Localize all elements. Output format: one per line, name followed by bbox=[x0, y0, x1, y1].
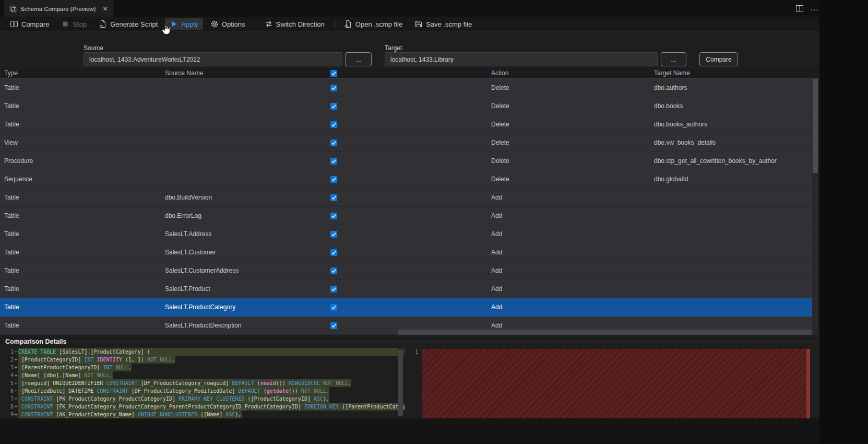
row-type: Sequence bbox=[4, 170, 32, 189]
table-row[interactable]: TableSalesLT.CustomerAddressAdd bbox=[0, 262, 812, 280]
grid-vertical-scrollbar-thumb[interactable] bbox=[813, 79, 818, 173]
open-scmp-file-button[interactable]: Open .scmp file bbox=[339, 18, 407, 30]
row-type: Table bbox=[4, 262, 19, 280]
tab-schema-compare[interactable]: Schema Compare (Preview) ✕ bbox=[4, 1, 113, 17]
column-header-type[interactable]: Type bbox=[4, 69, 18, 77]
row-action: Delete bbox=[491, 97, 509, 115]
code-line: 6+ [ModifiedDate] DATETIME CONSTRAINT [D… bbox=[0, 387, 405, 395]
row-action: Add bbox=[491, 207, 502, 225]
switch-direction-button[interactable]: Switch Direction bbox=[260, 18, 329, 30]
row-action: Delete bbox=[491, 115, 509, 134]
tab-bar: Schema Compare (Preview) ✕ ··· bbox=[0, 0, 819, 17]
grid-horizontal-scrollbar[interactable] bbox=[398, 330, 812, 335]
diff-added-sign: + bbox=[14, 387, 18, 395]
checkbox-checked-icon bbox=[330, 267, 337, 274]
table-row[interactable]: TableSalesLT.ProductCategoryAdd bbox=[0, 298, 812, 317]
row-action: Add bbox=[491, 243, 502, 262]
grid-header: Type Source Name Action Target Name bbox=[0, 68, 819, 79]
row-include-checkbox[interactable] bbox=[330, 85, 337, 91]
row-include-checkbox[interactable] bbox=[330, 139, 337, 146]
row-include-checkbox[interactable] bbox=[330, 158, 337, 165]
comparison-details-title: Comparison Details bbox=[5, 338, 66, 345]
apply-label: Apply bbox=[181, 20, 198, 28]
table-row[interactable]: Tabledbo.BuildVersionAdd bbox=[0, 189, 812, 207]
checkbox-checked-icon bbox=[330, 286, 337, 293]
table-row[interactable]: ViewDeletedbo.vw_books_details bbox=[0, 134, 812, 152]
options-button[interactable]: Options bbox=[206, 18, 250, 30]
compare-button[interactable]: Compare bbox=[5, 18, 54, 30]
switch-direction-label: Switch Direction bbox=[276, 20, 325, 28]
diff-target-pane[interactable]: 1 bbox=[410, 348, 812, 418]
options-icon bbox=[210, 20, 219, 28]
row-action: Delete bbox=[491, 79, 509, 97]
target-label: Target bbox=[385, 44, 402, 52]
apply-button[interactable]: Apply bbox=[165, 18, 203, 30]
source-input[interactable] bbox=[84, 52, 342, 66]
table-row[interactable]: TableDeletedbo.books_authors bbox=[0, 115, 812, 134]
table-row[interactable]: Tabledbo.ErrorLogAdd bbox=[0, 207, 812, 225]
table-row[interactable]: TableDeletedbo.authors bbox=[0, 79, 812, 97]
column-header-source[interactable]: Source Name bbox=[165, 69, 203, 77]
code-text: CONSTRAINT [AK_ProductCategory_Name] UNI… bbox=[18, 411, 242, 418]
row-target-name: dbo.vw_books_details bbox=[654, 134, 716, 152]
options-label: Options bbox=[222, 20, 245, 28]
row-type: Table bbox=[4, 207, 19, 225]
code-text: [ModifiedDate] DATETIME CONSTRAINT [DF_P… bbox=[18, 387, 329, 395]
header-checkbox[interactable] bbox=[330, 70, 337, 77]
diff-added-sign: + bbox=[14, 403, 18, 411]
row-type: Procedure bbox=[4, 152, 33, 170]
table-row[interactable]: TableSalesLT.CustomerAdd bbox=[0, 243, 812, 262]
more-actions-icon[interactable]: ··· bbox=[810, 6, 819, 13]
grid-vertical-scrollbar[interactable] bbox=[812, 79, 818, 335]
code-line: 7+ CONSTRAINT [PK_ProductCategory_Produc… bbox=[0, 395, 405, 403]
generate-script-button[interactable]: Generate Script bbox=[94, 18, 162, 30]
row-include-checkbox[interactable] bbox=[330, 322, 337, 329]
table-row[interactable]: TableSalesLT.AddressAdd bbox=[0, 225, 812, 243]
source-browse-button[interactable]: ... bbox=[345, 52, 372, 66]
row-include-checkbox[interactable] bbox=[330, 304, 337, 311]
table-row[interactable]: TableSalesLT.ProductAdd bbox=[0, 280, 812, 298]
column-header-target[interactable]: Target Name bbox=[654, 69, 690, 77]
diff-source-pane[interactable]: 1+CREATE TABLE [SalesLT].[ProductCategor… bbox=[0, 348, 405, 420]
row-include-checkbox[interactable] bbox=[330, 286, 337, 293]
checkbox-checked-icon bbox=[330, 70, 337, 77]
diff-source-scrollbar-thumb[interactable] bbox=[398, 349, 403, 416]
row-include-checkbox[interactable] bbox=[330, 103, 337, 110]
row-action: Add bbox=[491, 280, 502, 298]
table-row[interactable]: SequenceDeletedbo.globalId bbox=[0, 170, 812, 189]
grid-horizontal-scrollbar-thumb[interactable] bbox=[398, 330, 812, 335]
save-scmp-file-button[interactable]: Save .scmp file bbox=[410, 18, 477, 30]
row-action: Delete bbox=[491, 152, 509, 170]
row-include-checkbox[interactable] bbox=[330, 176, 337, 183]
code-line: 2+ [ProductCategoryID] INT IDENTITY (1, … bbox=[0, 356, 405, 364]
section-divider bbox=[70, 342, 816, 342]
table-row[interactable]: TableDeletedbo.books bbox=[0, 97, 812, 115]
row-type: View bbox=[4, 134, 18, 152]
checkbox-checked-icon bbox=[330, 158, 337, 165]
row-include-checkbox[interactable] bbox=[330, 121, 337, 128]
schema-compare-tab-icon bbox=[9, 5, 17, 13]
target-input[interactable] bbox=[385, 52, 658, 66]
row-include-checkbox[interactable] bbox=[330, 231, 337, 238]
target-browse-button[interactable]: ... bbox=[661, 52, 686, 66]
diff-source-scrollbar[interactable] bbox=[398, 348, 403, 418]
diff-target-line-number: 1 bbox=[415, 349, 418, 355]
split-editor-icon[interactable] bbox=[795, 4, 804, 15]
checkbox-checked-icon bbox=[330, 249, 337, 256]
toolbar-separator bbox=[255, 20, 255, 28]
diff-target-scrollbar-thumb[interactable] bbox=[806, 349, 810, 418]
compare-action-button[interactable]: Compare bbox=[699, 52, 738, 66]
row-include-checkbox[interactable] bbox=[330, 249, 337, 256]
close-icon[interactable]: ✕ bbox=[102, 5, 108, 13]
row-type: Table bbox=[4, 317, 19, 335]
checkbox-checked-icon bbox=[330, 176, 337, 183]
table-row[interactable]: ProcedureDeletedbo.stp_get_all_cowritten… bbox=[0, 152, 812, 170]
checkbox-checked-icon bbox=[330, 231, 337, 238]
row-action: Delete bbox=[491, 134, 509, 152]
row-include-checkbox[interactable] bbox=[330, 213, 337, 219]
code-line: 4+ [Name] [dbo].[Name] NOT NULL, bbox=[0, 371, 405, 379]
row-include-checkbox[interactable] bbox=[330, 267, 337, 274]
row-include-checkbox[interactable] bbox=[330, 194, 337, 201]
column-header-action[interactable]: Action bbox=[491, 69, 508, 77]
row-action: Delete bbox=[491, 170, 509, 189]
